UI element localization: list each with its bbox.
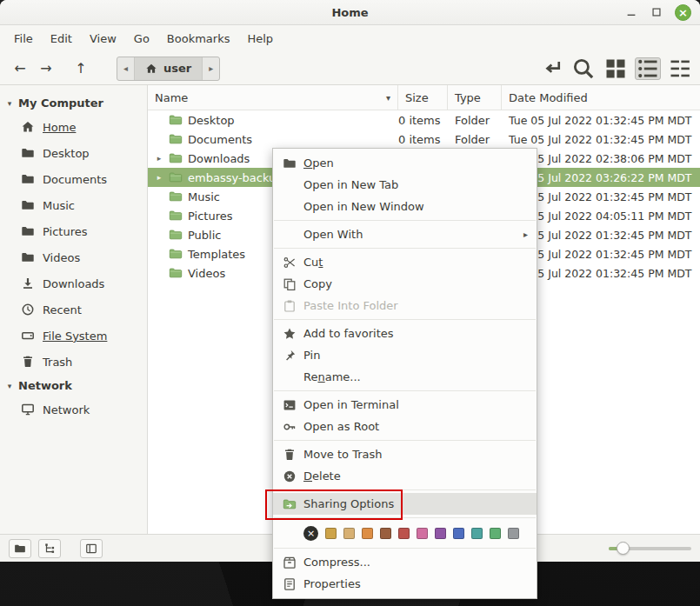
color-swatch[interactable] [380, 528, 391, 539]
close-button[interactable]: × [675, 4, 691, 21]
column-headers: Name ▾ Size Type Date Modified [148, 85, 700, 110]
show-treeview-button[interactable] [38, 539, 61, 558]
clear-color-button[interactable]: × [303, 526, 318, 541]
icon-view-button[interactable] [603, 57, 629, 80]
breadcrumb-location-button[interactable]: user [135, 57, 202, 80]
color-swatch[interactable] [343, 528, 355, 539]
show-places-button[interactable] [9, 539, 31, 558]
toggle-sidebar-button[interactable] [80, 539, 103, 558]
menu-item-open-with[interactable]: Open With▸ [273, 223, 537, 245]
section-expander-icon[interactable]: ▾ [5, 382, 14, 390]
menubar-item-help[interactable]: Help [238, 29, 282, 49]
color-swatch[interactable] [417, 528, 428, 539]
menu-item-copy[interactable]: Copy [273, 273, 537, 295]
trash-icon [282, 448, 297, 462]
menu-item-open[interactable]: Open [273, 152, 537, 174]
compact-view-button[interactable] [667, 57, 693, 80]
sidebar-item-documents[interactable]: Documents [0, 166, 147, 192]
color-swatch[interactable] [362, 528, 373, 539]
menu-item-pin[interactable]: Pin [273, 344, 537, 366]
minimize-button[interactable] [624, 5, 638, 19]
color-swatch[interactable] [325, 528, 337, 539]
forward-button[interactable]: → [33, 57, 59, 81]
sidebar-item-network[interactable]: Network [0, 396, 147, 423]
sidebar-item-recent[interactable]: Recent [0, 296, 147, 323]
clipboard-icon [282, 299, 297, 313]
expander-icon[interactable]: ▸ [155, 154, 163, 163]
menu-item-move-to-trash[interactable]: Move to Trash [273, 443, 537, 465]
menu-item-sharing-options[interactable]: Sharing Options [273, 493, 537, 515]
toggle-location-entry-button[interactable] [538, 57, 564, 80]
menu-item-label: Paste Into Folder [303, 299, 398, 312]
list-view-button[interactable] [635, 57, 661, 80]
sidebar-item-downloads[interactable]: Downloads [0, 270, 147, 296]
folder-dark-icon [21, 224, 35, 238]
menu-item-label: Properties [303, 577, 361, 590]
sidebar-item-file-system[interactable]: File System [0, 323, 147, 349]
color-swatch[interactable] [508, 528, 519, 539]
menu-item-properties[interactable]: Properties [273, 573, 537, 595]
search-button[interactable] [570, 57, 597, 80]
menu-item-compress[interactable]: Compress... [273, 551, 537, 573]
file-name-label: Videos [188, 267, 225, 280]
sidebar-item-desktop[interactable]: Desktop [0, 140, 147, 166]
sidebar-item-pictures[interactable]: Pictures [0, 218, 147, 244]
sidebar-item-music[interactable]: Music [0, 192, 147, 218]
zoom-slider[interactable] [609, 540, 691, 557]
color-swatch[interactable] [490, 528, 501, 539]
menu-separator [274, 440, 536, 441]
back-button[interactable]: ← [7, 57, 33, 81]
sidebar-item-trash[interactable]: Trash [0, 349, 147, 375]
menu-separator [274, 319, 536, 320]
menubar-item-go[interactable]: Go [125, 29, 158, 49]
menu-item-open-as-root[interactable]: Open as Root [273, 416, 537, 437]
expander-icon[interactable]: ▸ [155, 173, 163, 182]
sidebar-item-videos[interactable]: Videos [0, 244, 147, 270]
menu-separator [274, 248, 536, 249]
menu-item-label: Copy [303, 277, 332, 290]
sidebar-item-label: Network [43, 404, 90, 416]
menu-item-delete[interactable]: Delete [273, 465, 537, 487]
zoom-slider-handle[interactable] [617, 542, 630, 555]
sidebar-item-home[interactable]: Home [0, 114, 147, 140]
menu-item-open-in-new-window[interactable]: Open in New Window [273, 196, 537, 217]
sidebar-section-my-computer[interactable]: ▾My Computer [0, 92, 147, 114]
menu-item-add-to-favorites[interactable]: Add to favorites [273, 323, 537, 344]
color-swatch[interactable] [398, 528, 410, 539]
menu-item-label: Open as Root [303, 420, 379, 433]
menubar-item-view[interactable]: View [81, 29, 125, 49]
menubar-item-file[interactable]: File [5, 29, 42, 49]
menubar-item-bookmarks[interactable]: Bookmarks [158, 29, 239, 49]
folder-icon [169, 266, 183, 280]
color-swatch[interactable] [435, 528, 446, 539]
color-swatch[interactable] [471, 528, 483, 539]
folder-icon [169, 190, 183, 203]
file-name-label: Documents [188, 133, 252, 146]
menu-item-cut[interactable]: Cut [273, 251, 537, 273]
maximize-button[interactable] [650, 5, 663, 19]
menu-item-open-in-terminal[interactable]: Open in Terminal [273, 394, 537, 416]
column-header-type[interactable]: Type [448, 85, 502, 110]
section-expander-icon[interactable]: ▾ [5, 99, 14, 108]
folder-icon [169, 132, 183, 146]
breadcrumb-scroll-left-button[interactable]: ◂ [117, 57, 135, 80]
star-icon [282, 327, 297, 341]
menubar-item-edit[interactable]: Edit [42, 29, 81, 49]
up-button[interactable]: ↑ [68, 57, 94, 81]
column-header-size-label: Size [405, 91, 429, 104]
file-row-documents[interactable]: Documents0 itemsFolderTue 05 Jul 2022 01… [148, 130, 700, 149]
file-row-desktop[interactable]: Desktop0 itemsFolderTue 05 Jul 2022 01:3… [148, 110, 700, 130]
column-header-date-modified[interactable]: Date Modified [502, 85, 700, 110]
sidebar-section-network[interactable]: ▾Network [0, 375, 147, 396]
column-header-name[interactable]: Name ▾ [148, 85, 398, 110]
column-header-size[interactable]: Size [398, 85, 448, 110]
breadcrumb-scroll-right-button[interactable]: ▸ [202, 57, 219, 80]
menu-item-rename[interactable]: Rename... [273, 366, 537, 388]
folder-dark-icon [21, 250, 35, 264]
color-swatch[interactable] [453, 528, 464, 539]
menu-item-open-in-new-tab[interactable]: Open in New Tab [273, 174, 537, 196]
share-folder-icon [282, 497, 297, 511]
icon-spacer [282, 370, 297, 384]
titlebar[interactable]: Home × [0, 0, 700, 25]
file-type-cell: Folder [448, 114, 502, 127]
